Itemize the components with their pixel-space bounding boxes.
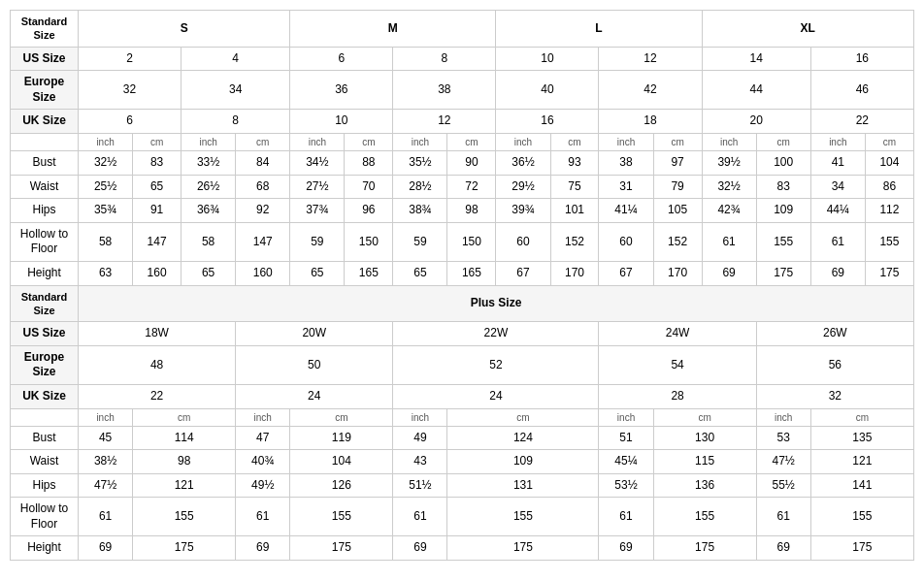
plus-us-26w: 26W	[756, 322, 913, 346]
height-xl14-inch: 69	[702, 261, 756, 285]
waist-l12-cm: 79	[653, 175, 702, 199]
plus-hollow-label: Hollow to Floor	[11, 498, 79, 536]
waist-xl14-inch: 32½	[702, 175, 756, 199]
height-row-plus: Height 69 175 69 175 69 175 69 175 69 17…	[11, 536, 914, 561]
hollow-xl16-cm: 155	[865, 222, 913, 261]
bust-xl14-cm: 100	[756, 150, 810, 175]
plus-hips-18w-inch: 47½	[79, 473, 133, 498]
height-m6-inch: 65	[290, 261, 345, 285]
bust-m6-cm: 88	[345, 150, 393, 175]
plus-hips-20w-inch: 49½	[236, 473, 290, 498]
bust-s4-cm: 84	[236, 150, 290, 175]
hollow-xl14-inch: 61	[702, 222, 756, 261]
uk-8: 8	[182, 110, 290, 134]
unit-row-plus: inch cm inch cm inch cm inch cm inch cm	[11, 408, 914, 426]
plus-unit-inch-4: inch	[599, 408, 653, 426]
plus-uk-24: 24	[236, 384, 393, 408]
plus-uk-size-row: UK Size 22 24 24 28 32	[11, 384, 914, 408]
eu-32: 32	[79, 71, 182, 110]
bust-xl16-inch: 41	[810, 150, 865, 175]
plus-us-size-row: US Size 18W 20W 22W 24W 26W	[11, 322, 914, 346]
plus-waist-22w-cm: 109	[447, 450, 599, 474]
plus-bust-24w-cm: 130	[653, 426, 756, 450]
plus-uk-28: 28	[599, 384, 756, 408]
hips-xl16-cm: 112	[865, 199, 913, 223]
waist-m8-cm: 72	[447, 175, 496, 199]
hips-l12-cm: 105	[653, 199, 702, 223]
height-s2-inch: 63	[79, 261, 133, 285]
plus-waist-24w-cm: 115	[653, 450, 756, 474]
plus-hollow-26w-cm: 155	[810, 498, 913, 536]
height-xl14-cm: 175	[756, 261, 810, 285]
waist-xl16-inch: 34	[810, 175, 865, 199]
bust-l12-cm: 97	[653, 150, 702, 175]
plus-bust-20w-inch: 47	[236, 426, 290, 450]
plus-bust-24w-inch: 51	[599, 426, 653, 450]
height-l10-cm: 170	[550, 261, 599, 285]
unit-cm-7: cm	[756, 133, 810, 150]
unit-inch-1: inch	[79, 133, 133, 150]
plus-hollow-22w-cm: 155	[447, 498, 599, 536]
plus-bust-26w-inch: 53	[756, 426, 810, 450]
uk-16: 16	[496, 110, 599, 134]
hollow-m8-inch: 59	[393, 222, 447, 261]
plus-height-18w-inch: 69	[79, 536, 133, 561]
uk-22: 22	[810, 110, 913, 134]
waist-xl14-cm: 83	[756, 175, 810, 199]
plus-hollow-20w-inch: 61	[236, 498, 290, 536]
eu-44: 44	[702, 71, 810, 110]
hips-l10-inch: 39¾	[496, 199, 550, 223]
plus-uk-label: UK Size	[11, 384, 79, 408]
us-6: 6	[290, 47, 393, 71]
waist-label: Waist	[11, 175, 79, 199]
unit-label-empty	[11, 133, 79, 150]
us-4: 4	[182, 47, 290, 71]
plus-unit-empty	[11, 408, 79, 426]
us-16: 16	[810, 47, 913, 71]
plus-height-24w-cm: 175	[653, 536, 756, 561]
waist-row-standard: Waist 25½ 65 26½ 68 27½ 70 28½ 72 29½ 75…	[11, 175, 914, 199]
waist-m8-inch: 28½	[393, 175, 447, 199]
height-m8-cm: 165	[447, 261, 496, 285]
standard-size-header-row: StandardSize S M L XL	[11, 11, 914, 48]
hollow-s4-cm: 147	[236, 222, 290, 261]
us-10: 10	[496, 47, 599, 71]
hollow-row-standard: Hollow to Floor 58 147 58 147 59 150 59 …	[11, 222, 914, 261]
height-row-standard: Height 63 160 65 160 65 165 65 165 67 17…	[11, 261, 914, 285]
uk-size-row: UK Size 6 8 10 12 16 18 20 22	[11, 110, 914, 134]
plus-hollow-20w-cm: 155	[290, 498, 393, 536]
uk-18: 18	[599, 110, 702, 134]
hollow-l10-cm: 152	[550, 222, 599, 261]
us-2: 2	[79, 47, 182, 71]
uk-6: 6	[79, 110, 182, 134]
plus-eu-56: 56	[756, 345, 913, 384]
plus-eu-52: 52	[393, 345, 599, 384]
waist-xl16-cm: 86	[865, 175, 913, 199]
plus-hips-24w-inch: 53½	[599, 473, 653, 498]
unit-cm-5: cm	[550, 133, 599, 150]
hips-m8-inch: 38¾	[393, 199, 447, 223]
hollow-xl16-inch: 61	[810, 222, 865, 261]
hips-s2-inch: 35¾	[79, 199, 133, 223]
uk-12: 12	[393, 110, 496, 134]
hollow-m6-cm: 150	[345, 222, 393, 261]
height-xl16-inch: 69	[810, 261, 865, 285]
m-header: M	[290, 11, 496, 48]
hips-l10-cm: 101	[550, 199, 599, 223]
plus-bust-22w-inch: 49	[393, 426, 447, 450]
plus-uk-32: 32	[756, 384, 913, 408]
plus-unit-inch-1: inch	[79, 408, 133, 426]
hips-s2-cm: 91	[133, 199, 182, 223]
hips-xl16-inch: 44¼	[810, 199, 865, 223]
plus-bust-22w-cm: 124	[447, 426, 599, 450]
waist-m6-cm: 70	[345, 175, 393, 199]
us-14: 14	[702, 47, 810, 71]
hips-m8-cm: 98	[447, 199, 496, 223]
unit-cm-3: cm	[345, 133, 393, 150]
plus-unit-cm-5: cm	[810, 408, 913, 426]
plus-hips-26w-cm: 141	[810, 473, 913, 498]
height-m6-cm: 165	[345, 261, 393, 285]
plus-bust-label: Bust	[11, 426, 79, 450]
plus-height-26w-cm: 175	[810, 536, 913, 561]
bust-row-standard: Bust 32½ 83 33½ 84 34½ 88 35½ 90 36½ 93 …	[11, 150, 914, 175]
